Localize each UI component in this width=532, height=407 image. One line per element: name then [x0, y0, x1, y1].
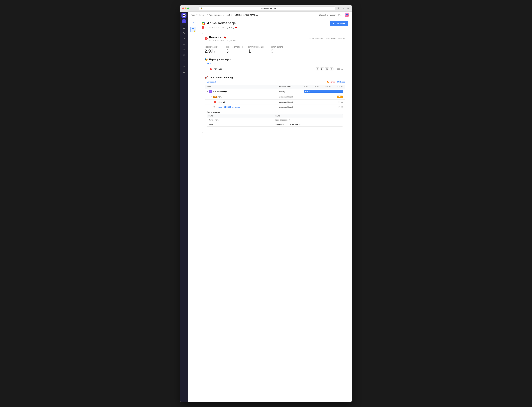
prop-name-name: Name — [208, 123, 275, 125]
trace-row-acme: ▼ C ACME homepage checkly 210 ms — [205, 89, 345, 94]
script-info-icon[interactable]: ? — [284, 46, 286, 48]
playwright-section: 🎭 Playwright test report Expand all › — [202, 56, 348, 74]
address-bar[interactable]: 🔒 app.checklyhq.com — [199, 6, 335, 10]
sidebar-item-chart[interactable] — [182, 64, 186, 69]
sidebar-item-code[interactable] — [182, 58, 186, 63]
test-video-btn[interactable]: ▶ — [320, 67, 324, 70]
left-panel-routes[interactable] — [190, 20, 196, 25]
traffic-lights — [182, 8, 189, 9]
error-count-badge: 🔥 1 error — [326, 81, 335, 83]
copy-name-button[interactable]: ⧉ — [299, 123, 301, 125]
page-header: Acme homepage ✕ Started at Jun 05 12:57:… — [198, 18, 352, 31]
left-panel-frankfurt[interactable]: 🇩🇪 — [190, 27, 196, 32]
breadcrumb-sep-3: / — [231, 14, 232, 16]
telemetry-section: 🚀 OpenTelemetry tracing Collapse all — [202, 74, 348, 133]
trace-name-redis: 🟥 redis-eval — [207, 101, 279, 103]
docs-link[interactable]: Docs — [338, 14, 342, 16]
share-button[interactable]: ⬆ — [337, 7, 340, 10]
new-tab-button[interactable]: ＋ — [342, 7, 345, 10]
main-wrapper: Acme Production ⌄ / Acme homepage / Resu… — [188, 12, 352, 402]
test-expand-button[interactable]: › — [207, 68, 208, 70]
page-title: Acme homepage — [207, 21, 236, 25]
page-title-section: Acme homepage ✕ Started at Jun 05 12:57:… — [202, 21, 237, 29]
key-props-header: NAME VALUE — [207, 114, 343, 118]
metric-value-script: 0 — [271, 48, 286, 54]
forward-button[interactable]: › — [195, 7, 197, 10]
support-link[interactable]: Support — [330, 14, 336, 16]
metric-check-duration: CHECK DURATION ? 2.99s — [205, 46, 220, 54]
sidebar-item-home[interactable] — [182, 25, 186, 30]
key-props-table: NAME VALUE Service name acme-dashboard — [207, 114, 343, 127]
sidebar-item-bell[interactable] — [182, 47, 186, 52]
collapse-all-button[interactable]: Collapse all — [205, 81, 216, 83]
reload-button[interactable]: Reload — [337, 81, 345, 83]
trace-table-header: NAME SERVICE NAME 0 ms 70 ms 140 ms 210 … — [205, 85, 345, 89]
test-table-btn[interactable]: ⊞ — [316, 67, 319, 70]
error-status-icon: ✕ — [202, 26, 204, 29]
breadcrumb-arrow-icon: ⌄ — [205, 14, 206, 16]
acme-expand-caret[interactable]: ▼ — [207, 91, 208, 92]
sidebar-item-list[interactable] — [182, 36, 186, 41]
home-expand-caret[interactable]: ▼ — [211, 96, 212, 98]
test-image-btn[interactable]: 🖼 — [325, 67, 329, 70]
chrome-icon — [202, 21, 205, 25]
avatar-image: 👤 — [345, 13, 349, 17]
sidebar-item-display[interactable] — [182, 53, 186, 58]
telemetry-title: 🚀 OpenTelemetry tracing — [205, 74, 345, 81]
key-props-row-name: Name pg.query:SELECT acme.prod ⧉ — [207, 122, 343, 126]
acme-bar-area: 210 ms — [304, 90, 343, 93]
back-button[interactable]: ‹ — [191, 7, 193, 10]
duration-info-icon[interactable]: ? — [219, 46, 220, 48]
page-start-time: Started at Jun 05 12:57:21 (UTC+2) — [205, 26, 234, 29]
avatar[interactable]: 👤 — [345, 13, 349, 17]
trace-table: NAME SERVICE NAME 0 ms 70 ms 140 ms 210 … — [205, 85, 345, 130]
redis-name: redis-eval — [217, 101, 225, 103]
changelog-link[interactable]: Changelog — [319, 14, 328, 16]
redis-service: acme-dashboard — [279, 101, 304, 103]
trace-row-pg-wrapper: 🐘 pg.query:SELECT acme.prod acme-dashboa… — [205, 105, 345, 130]
expand-all-button[interactable]: Expand all — [205, 63, 345, 64]
redis-ms: | 0 ms — [304, 101, 343, 103]
network-info-icon[interactable]: ? — [263, 46, 265, 48]
checkly-icon: C — [209, 90, 212, 93]
add-button[interactable]: + — [182, 19, 186, 23]
test-name: visit page — [214, 68, 314, 70]
metric-value-console: 3 — [226, 48, 243, 54]
svg-point-14 — [184, 71, 184, 72]
prop-value-service: acme-dashboard ⧉ — [275, 119, 341, 121]
edit-check-button[interactable]: Edit this check — [330, 21, 348, 26]
minimize-button[interactable] — [185, 8, 186, 9]
sidebar-item-activity[interactable] — [182, 31, 186, 36]
metric-console-errors: CONSOLE ERRORS ? 3 — [226, 46, 243, 54]
close-button[interactable] — [182, 8, 184, 9]
pg-name[interactable]: pg.query:SELECT acme.prod — [217, 106, 240, 108]
home-service: acme-dashboard — [279, 96, 304, 98]
trace-id: Trace ID #047e52b1116e8ca58de9cd31c7fd5a… — [309, 38, 345, 39]
trace-name-acme: ▼ C ACME homepage — [207, 90, 279, 93]
trace-row-redis: 🟥 redis-eval acme-dashboard | 0 ms — [205, 100, 345, 105]
chrome-logo — [202, 22, 205, 25]
console-info-icon[interactable]: ? — [241, 46, 243, 48]
url-text: app.checklyhq.com — [204, 7, 334, 9]
top-nav-right: Changelog Support Docs 👤 — [319, 13, 349, 17]
maximize-button[interactable] — [187, 8, 189, 9]
svg-rect-6 — [183, 43, 185, 45]
test-actions: ⊞ ▶ 🖼 ⊡ — [316, 67, 334, 70]
trace-row-pg[interactable]: 🐘 pg.query:SELECT acme.prod acme-dashboa… — [205, 105, 345, 109]
get-badge: GET — [213, 96, 217, 98]
col-name: NAME — [207, 86, 279, 87]
sidebar-item-monitor[interactable] — [182, 42, 186, 47]
breadcrumb-org[interactable]: Acme Production ⌄ — [191, 14, 206, 16]
sidebar-item-pin[interactable] — [182, 69, 186, 74]
location-name: Frankfurt — [209, 36, 222, 39]
breadcrumb-homepage[interactable]: Acme homepage — [209, 14, 222, 16]
metric-label-duration: CHECK DURATION ? — [205, 46, 220, 48]
breadcrumb-acme-production[interactable]: Acme Production — [191, 14, 204, 16]
metric-label-network: NETWORK ERRORS ? — [248, 46, 265, 48]
home-bar-area: 39 ms — [304, 95, 343, 98]
left-panel: 🇩🇪 — [188, 18, 198, 402]
copy-service-button[interactable]: ⧉ — [289, 119, 290, 121]
breadcrumb-result[interactable]: Result — [225, 14, 230, 16]
tabs-button[interactable]: ⧉ — [347, 7, 350, 10]
test-image2-btn[interactable]: ⊡ — [330, 67, 334, 70]
